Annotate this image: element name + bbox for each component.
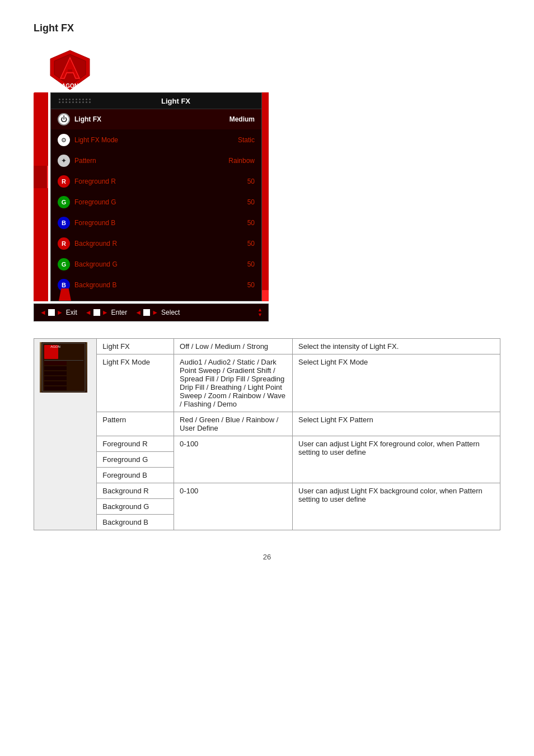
table-row-background-r: Background R 0-100 User can adjust Light… <box>34 483 500 499</box>
menu-item-foreground-g[interactable]: G Foreground G 50 <box>51 192 261 213</box>
table-desc-foreground: User can adjust Light FX foreground colo… <box>293 436 500 483</box>
right-accent <box>262 92 269 301</box>
page-container: Light FX AGON <box>0 0 534 584</box>
dot-grid <box>55 95 95 106</box>
arrow-left-select: ◄ <box>135 309 142 316</box>
table-feature-foreground-r: Foreground R <box>97 436 174 452</box>
arrow-left-exit: ◄ <box>40 309 46 316</box>
arrow-left-enter: ◄ <box>85 309 92 316</box>
nav-enter[interactable]: ◄ ► Enter <box>85 309 127 316</box>
menu-area: Light FX ⏻ Light FX Medium ⚙ Light FX Mo… <box>34 92 269 301</box>
menu-value-background-b: 50 <box>247 281 255 289</box>
nav-icon-exit <box>48 309 55 316</box>
svg-rect-3 <box>68 69 72 72</box>
nav-label-enter: Enter <box>111 309 128 316</box>
menu-panel: Light FX ⏻ Light FX Medium ⚙ Light FX Mo… <box>50 92 262 301</box>
table-desc-background: User can adjust Light FX background colo… <box>293 483 500 530</box>
info-table: AGON Light FX Off / Low / Medium / Stron… <box>34 338 500 530</box>
menu-value-foreground-r: 50 <box>247 178 255 185</box>
table-values-light-fx-mode: Audio1 / Audio2 / Static / Dark Point Sw… <box>174 354 293 412</box>
menu-label-light-fx-mode: Light FX Mode <box>74 136 233 144</box>
menu-label-background-g: Background G <box>74 260 243 268</box>
icon-r-fg: R <box>58 175 70 188</box>
icon-power: ⏻ <box>58 113 70 125</box>
nav-icon-enter <box>93 309 100 316</box>
page-title: Light FX <box>34 22 500 34</box>
monitor-ui: AGON <box>34 48 269 321</box>
nav-exit[interactable]: ◄ ► Exit <box>40 309 77 316</box>
table-desc-light-fx: Select the intensity of Light FX. <box>293 339 500 354</box>
screenshot-thumbnail: AGON <box>40 342 87 393</box>
table-feature-background-b: Background B <box>97 515 174 530</box>
logo-area: AGON <box>34 48 269 92</box>
table-row-pattern: Pattern Red / Green / Blue / Rainbow / U… <box>34 412 500 436</box>
agon-logo: AGON <box>45 48 95 92</box>
icon-b-fg: B <box>58 217 70 229</box>
menu-label-background-r: Background R <box>74 240 243 248</box>
table-desc-light-fx-mode: Select Light FX Mode <box>293 354 500 412</box>
menu-items-list: ⏻ Light FX Medium ⚙ Light FX Mode Static… <box>51 109 261 295</box>
svg-rect-11 <box>44 371 67 375</box>
table-values-pattern: Red / Green / Blue / Rainbow / User Defi… <box>174 412 293 436</box>
table-values-foreground: 0-100 <box>174 436 293 483</box>
nav-label-exit: Exit <box>66 309 77 316</box>
menu-item-light-fx[interactable]: ⏻ Light FX Medium <box>51 109 261 130</box>
table-desc-pattern: Select Light FX Pattern <box>293 412 500 436</box>
icon-g-bg: G <box>58 258 70 270</box>
menu-value-foreground-b: 50 <box>247 219 255 227</box>
svg-rect-10 <box>44 366 67 370</box>
menu-label-background-b: Background B <box>74 281 243 289</box>
menu-value-background-r: 50 <box>247 240 255 248</box>
table-row-foreground-r: Foreground R 0-100 User can adjust Light… <box>34 436 500 452</box>
menu-item-background-b[interactable]: B Background B 50 <box>51 275 261 295</box>
menu-value-light-fx: Medium <box>229 115 255 123</box>
table-feature-background-r: Background R <box>97 483 174 499</box>
menu-item-foreground-r[interactable]: R Foreground R 50 <box>51 171 261 192</box>
menu-label-pattern: Pattern <box>74 157 224 165</box>
menu-item-background-r[interactable]: R Background R 50 <box>51 234 261 254</box>
icon-pattern: ✦ <box>58 155 70 167</box>
icon-r-bg: R <box>58 237 70 250</box>
menu-label-foreground-g: Foreground G <box>74 198 243 206</box>
svg-rect-8 <box>44 360 83 361</box>
menu-bottom <box>51 295 261 301</box>
menu-value-background-g: 50 <box>247 260 255 268</box>
table-row-light-fx-mode: Light FX Mode Audio1 / Audio2 / Static /… <box>34 354 500 412</box>
svg-rect-12 <box>44 376 67 380</box>
svg-rect-14 <box>44 386 67 390</box>
svg-rect-13 <box>44 381 67 385</box>
table-values-light-fx: Off / Low / Medium / Strong <box>174 339 293 354</box>
arrow-right-enter: ► <box>102 309 109 316</box>
menu-header-area: Light FX <box>51 93 261 109</box>
image-cell: AGON <box>34 339 97 530</box>
table-values-background: 0-100 <box>174 483 293 530</box>
nav-bar: ◄ ► Exit ◄ ► Enter ◄ ► Select ▲ ▼ <box>34 304 269 321</box>
menu-value-foreground-g: 50 <box>247 198 255 206</box>
icon-g-fg: G <box>58 196 70 208</box>
left-accent <box>34 92 50 301</box>
nav-select[interactable]: ◄ ► Select <box>135 309 180 316</box>
menu-value-pattern: Rainbow <box>228 157 255 165</box>
table-feature-light-fx-mode: Light FX Mode <box>97 354 174 412</box>
svg-rect-9 <box>44 361 67 365</box>
svg-text:AGON: AGON <box>50 345 60 348</box>
table-feature-foreground-b: Foreground B <box>97 468 174 483</box>
menu-item-light-fx-mode[interactable]: ⚙ Light FX Mode Static <box>51 130 261 151</box>
arrow-right-exit: ► <box>57 309 63 316</box>
menu-label-foreground-b: Foreground B <box>74 219 243 227</box>
table-feature-pattern: Pattern <box>97 412 174 436</box>
scroll-down-arrow: ▼ <box>257 312 263 318</box>
table-feature-light-fx: Light FX <box>97 339 174 354</box>
menu-item-foreground-b[interactable]: B Foreground B 50 <box>51 213 261 234</box>
menu-title: Light FX <box>95 96 257 105</box>
menu-label-light-fx: Light FX <box>74 115 225 123</box>
menu-value-light-fx-mode: Static <box>238 136 255 144</box>
table-feature-background-g: Background G <box>97 499 174 515</box>
svg-text:AGON: AGON <box>62 83 78 89</box>
page-number: 26 <box>34 553 500 561</box>
icon-settings: ⚙ <box>58 134 70 146</box>
menu-item-pattern[interactable]: ✦ Pattern Rainbow <box>51 151 261 171</box>
table-feature-foreground-g: Foreground G <box>97 452 174 468</box>
nav-icon-select <box>143 309 150 316</box>
menu-item-background-g[interactable]: G Background G 50 <box>51 254 261 275</box>
